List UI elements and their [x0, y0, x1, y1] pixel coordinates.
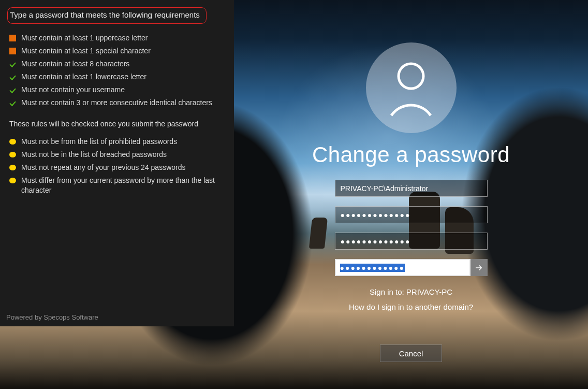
rule-item: Must not repeat any of your previous 24 …: [9, 163, 225, 172]
rule-item: Must contain at least 1 lowercase letter: [9, 72, 225, 82]
rule-text: Must not be in the list of breached pass…: [21, 150, 225, 160]
rule-text: Must not contain 3 or more consecutive i…: [21, 98, 225, 108]
checkmark-icon: [9, 74, 16, 80]
user-icon: [385, 60, 437, 117]
submit-button[interactable]: [471, 259, 488, 276]
pending-dot-icon: [9, 152, 16, 157]
square-fail-icon: [9, 48, 16, 54]
change-password-form: Change a password Sign in to: PRIVACY-PC…: [234, 0, 588, 389]
rule-text: Must not repeat any of your previous 24 …: [21, 163, 225, 172]
rule-text: Must contain at least 8 characters: [21, 59, 225, 69]
username-field[interactable]: [335, 180, 488, 197]
user-avatar: [366, 42, 457, 133]
rule-item: Must contain at least 8 characters: [9, 59, 225, 69]
rule-item: Must not be from the list of prohibited …: [9, 137, 225, 147]
sign-in-to-label: Sign in to: PRIVACY-PC: [370, 287, 452, 296]
rule-text: Must not contain your username: [21, 85, 225, 95]
pending-dot-icon: [9, 178, 16, 183]
password-rules-panel: Type a password that meets the following…: [0, 0, 234, 326]
cancel-button[interactable]: Cancel: [380, 344, 442, 362]
rules-heading-box: Type a password that meets the following…: [7, 7, 207, 24]
rule-text: Must differ from your current password b…: [21, 176, 225, 195]
other-domain-link[interactable]: How do I sign in to another domain?: [349, 302, 473, 311]
rule-item: Must contain at least 1 special characte…: [9, 46, 225, 56]
rule-text: Must contain at least 1 special characte…: [21, 46, 225, 56]
powered-by-label: Powered by Specops Software: [6, 313, 98, 322]
old-password-field[interactable]: [335, 206, 488, 223]
new-password-field[interactable]: [335, 233, 488, 250]
confirm-password-row: [335, 259, 488, 276]
checkmark-icon: [9, 61, 16, 67]
pending-dot-icon: [9, 165, 16, 170]
rule-text: Must contain at least 1 lowercase letter: [21, 72, 225, 82]
deferred-rules-list: Must not be from the list of prohibited …: [9, 137, 225, 195]
rule-item: Must differ from your current password b…: [9, 176, 225, 195]
checkmark-icon: [9, 87, 16, 93]
checkmark-icon: [9, 99, 16, 106]
square-fail-icon: [9, 35, 16, 41]
rule-item: Must contain at least 1 uppercase letter: [9, 33, 225, 43]
rule-text: Must contain at least 1 uppercase letter: [21, 33, 225, 43]
rule-text: Must not be from the list of prohibited …: [21, 137, 225, 147]
rule-item: Must not contain your username: [9, 85, 225, 95]
live-rules-list: Must contain at least 1 uppercase letter…: [9, 33, 225, 107]
rules-heading: Type a password that meets the following…: [10, 10, 200, 19]
page-title: Change a password: [312, 142, 510, 167]
arrow-right-icon: [474, 263, 483, 272]
rule-item: Must not contain 3 or more consecutive i…: [9, 98, 225, 108]
svg-point-0: [399, 64, 423, 89]
rule-item: Must not be in the list of breached pass…: [9, 150, 225, 160]
deferred-rules-note: These rules will be checked once you sub…: [9, 119, 225, 129]
confirm-password-field[interactable]: [335, 259, 471, 276]
pending-dot-icon: [9, 139, 16, 145]
